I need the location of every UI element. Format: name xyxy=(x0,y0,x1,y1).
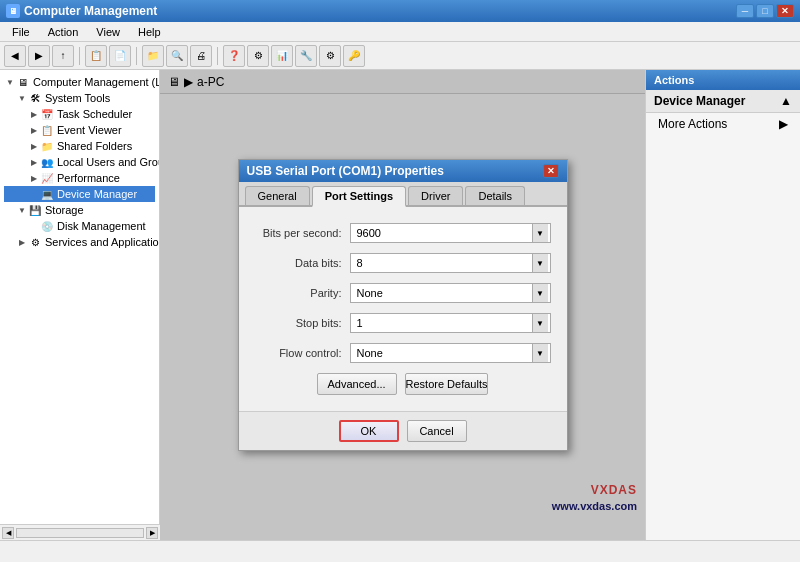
tree-item-storage[interactable]: ▼ 💾 Storage xyxy=(4,202,155,218)
tree-item-services[interactable]: ▶ ⚙ Services and Applications xyxy=(4,234,155,250)
tree-label: Disk Management xyxy=(57,220,146,232)
toolbar: ◀ ▶ ↑ 📋 📄 📁 🔍 🖨 ❓ ⚙ 📊 🔧 ⚙ 🔑 xyxy=(0,42,800,70)
tree-item-local-users[interactable]: ▶ 👥 Local Users and Groups xyxy=(4,154,155,170)
tree-label: Performance xyxy=(57,172,120,184)
restore-defaults-button[interactable]: Restore Defaults xyxy=(405,373,489,395)
toolbar-help[interactable]: ❓ xyxy=(223,45,245,67)
toolbar-tools[interactable]: 🔧 xyxy=(295,45,317,67)
dialog-title-controls: ✕ xyxy=(543,164,559,178)
select-parity[interactable]: None ▼ xyxy=(350,283,551,303)
tree-label: Storage xyxy=(45,204,84,216)
tree-item-system-tools[interactable]: ▼ 🛠 System Tools xyxy=(4,90,155,106)
tree-label: Device Manager xyxy=(57,188,137,200)
dropdown-arrow-icon: ▼ xyxy=(532,254,548,272)
label-stop-bits: Stop bits: xyxy=(255,317,350,329)
title-controls: ─ □ ✕ xyxy=(736,4,794,18)
select-data-bits[interactable]: 8 ▼ xyxy=(350,253,551,273)
expand-icon: ▶ xyxy=(28,156,40,168)
toolbar-settings[interactable]: ⚙ xyxy=(247,45,269,67)
computer-icon: 🖥 xyxy=(16,75,30,89)
dropdown-arrow-icon: ▼ xyxy=(532,224,548,242)
dropdown-arrow-icon: ▼ xyxy=(532,284,548,302)
label-bits-per-second: Bits per second: xyxy=(255,227,350,239)
tree-item-event-viewer[interactable]: ▶ 📋 Event Viewer xyxy=(4,122,155,138)
toolbar-sep2 xyxy=(136,47,137,65)
toolbar-up[interactable]: ↑ xyxy=(52,45,74,67)
folder-icon: 📁 xyxy=(40,139,54,153)
toolbar-forward[interactable]: ▶ xyxy=(28,45,50,67)
center-panel: 🖥 ▶ a-PC USB Serial Port (COM1) Properti… xyxy=(160,70,645,540)
menu-help[interactable]: Help xyxy=(130,24,169,40)
title-bar: 🖥 Computer Management ─ □ ✕ xyxy=(0,0,800,22)
toolbar-properties[interactable]: 📄 xyxy=(109,45,131,67)
tab-driver[interactable]: Driver xyxy=(408,186,463,205)
select-bits-per-second[interactable]: 9600 ▼ xyxy=(350,223,551,243)
dropdown-arrow-icon: ▼ xyxy=(532,314,548,332)
scroll-left-btn[interactable]: ◀ xyxy=(2,527,14,539)
tree-panel: ▼ 🖥 Computer Management (Local ▼ 🛠 Syste… xyxy=(0,70,160,540)
tree-item-shared-folders[interactable]: ▶ 📁 Shared Folders xyxy=(4,138,155,154)
toolbar-back[interactable]: ◀ xyxy=(4,45,26,67)
scroll-right-btn[interactable]: ▶ xyxy=(146,527,158,539)
actions-more-actions[interactable]: More Actions ▶ xyxy=(646,113,800,135)
tab-port-settings[interactable]: Port Settings xyxy=(312,186,406,207)
tree-item-performance[interactable]: ▶ 📈 Performance xyxy=(4,170,155,186)
menu-bar: File Action View Help xyxy=(0,22,800,42)
label-data-bits: Data bits: xyxy=(255,257,350,269)
app-icon: 🖥 xyxy=(6,4,20,18)
users-icon: 👥 xyxy=(40,155,54,169)
dialog-close-button[interactable]: ✕ xyxy=(543,164,559,178)
expand-icon: ▶ xyxy=(28,124,40,136)
label-parity: Parity: xyxy=(255,287,350,299)
maximize-button[interactable]: □ xyxy=(756,4,774,18)
toolbar-find[interactable]: 🔍 xyxy=(166,45,188,67)
expand-icon: ▶ xyxy=(28,140,40,152)
tree-label: Local Users and Groups xyxy=(57,156,160,168)
expand-icon: ▶ xyxy=(16,236,28,248)
dialog: USB Serial Port (COM1) Properties ✕ Gene… xyxy=(238,159,568,451)
storage-icon: 💾 xyxy=(28,203,42,217)
toolbar-folder[interactable]: 📁 xyxy=(142,45,164,67)
toolbar-print[interactable]: 🖨 xyxy=(190,45,212,67)
expand-icon xyxy=(28,220,40,232)
toolbar-more[interactable]: 🔑 xyxy=(343,45,365,67)
actions-section-title: Device Manager ▲ xyxy=(646,90,800,113)
tree-item-device-manager[interactable]: 💻 Device Manager xyxy=(4,186,155,202)
actions-header: Actions xyxy=(646,70,800,90)
dialog-title: USB Serial Port (COM1) Properties xyxy=(247,164,444,178)
modal-overlay: USB Serial Port (COM1) Properties ✕ Gene… xyxy=(160,70,645,540)
tree-item-computer-management[interactable]: ▼ 🖥 Computer Management (Local xyxy=(4,74,155,90)
dropdown-arrow-icon: ▼ xyxy=(532,344,548,362)
tree-label: Services and Applications xyxy=(45,236,160,248)
label-flow-control: Flow control: xyxy=(255,347,350,359)
tree-item-disk-management[interactable]: 💿 Disk Management xyxy=(4,218,155,234)
scroll-track[interactable] xyxy=(16,528,144,538)
status-bar xyxy=(0,540,800,562)
menu-action[interactable]: Action xyxy=(40,24,87,40)
ok-button[interactable]: OK xyxy=(339,420,399,442)
minimize-button[interactable]: ─ xyxy=(736,4,754,18)
close-button[interactable]: ✕ xyxy=(776,4,794,18)
tools-icon: 🛠 xyxy=(28,91,42,105)
toolbar-sep1 xyxy=(79,47,80,65)
menu-view[interactable]: View xyxy=(88,24,128,40)
toolbar-chart[interactable]: 📊 xyxy=(271,45,293,67)
select-stop-bits[interactable]: 1 ▼ xyxy=(350,313,551,333)
toolbar-show-hide[interactable]: 📋 xyxy=(85,45,107,67)
menu-file[interactable]: File xyxy=(4,24,38,40)
actions-collapse-icon[interactable]: ▲ xyxy=(780,94,792,108)
select-flow-control[interactable]: None ▼ xyxy=(350,343,551,363)
tree-item-task-scheduler[interactable]: ▶ 📅 Task Scheduler xyxy=(4,106,155,122)
advanced-button[interactable]: Advanced... xyxy=(317,373,397,395)
field-data-bits: Data bits: 8 ▼ xyxy=(255,253,551,273)
expand-icon: ▼ xyxy=(16,204,28,216)
expand-icon xyxy=(28,188,40,200)
cancel-button[interactable]: Cancel xyxy=(407,420,467,442)
tree-label: Computer Management (Local xyxy=(33,76,160,88)
scheduler-icon: 📅 xyxy=(40,107,54,121)
tab-general[interactable]: General xyxy=(245,186,310,205)
toolbar-configure[interactable]: ⚙ xyxy=(319,45,341,67)
expand-icon: ▼ xyxy=(16,92,28,104)
dialog-action-buttons: Advanced... Restore Defaults xyxy=(255,373,551,395)
tab-details[interactable]: Details xyxy=(465,186,525,205)
